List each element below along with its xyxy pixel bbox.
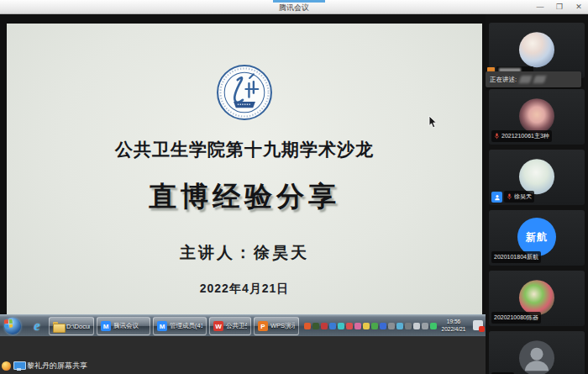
mouse-cursor <box>428 116 437 129</box>
tencent-meeting-icon: M <box>101 321 111 331</box>
name-chip: 徐昊天 <box>504 191 534 203</box>
participant-tile-4[interactable]: 新航 2020101804新航 <box>489 210 585 266</box>
blurred-name <box>519 76 533 83</box>
tray-icon-5[interactable] <box>338 323 344 329</box>
windows-logo-icon <box>4 319 13 329</box>
participant-name: 徐昊天 <box>514 192 532 201</box>
slide-title: 公共卫生学院第十九期学术沙龙 <box>7 138 482 161</box>
tencent-meeting-icon: M <box>157 321 167 331</box>
tray-icon-4[interactable] <box>329 323 336 329</box>
taskbar-button-tencent-meeting[interactable]: M 腾讯会议 <box>97 317 150 335</box>
wps-presentation-icon: P <box>258 321 268 331</box>
name-chip: 2020101804新航 <box>491 251 541 263</box>
tray-icon-13[interactable] <box>405 323 412 329</box>
muted-mic-icon <box>494 133 500 140</box>
participant-name: 2021210061主3种 <box>501 132 549 140</box>
taskbar-button-wps-presentation[interactable]: P WPS演示 (幻... <box>254 317 299 335</box>
tray-icon-8[interactable] <box>363 323 370 329</box>
name-chip: 2020210080陈器 <box>491 312 541 324</box>
tray-icon-3[interactable] <box>321 323 328 329</box>
avatar <box>519 98 554 134</box>
tray-icon-15[interactable] <box>422 323 428 329</box>
taskbar-clock[interactable]: 19:56 2022/4/21 <box>437 318 470 333</box>
participant-tile-3[interactable]: 徐昊天 <box>489 150 585 205</box>
avatar-default-silhouette <box>519 340 554 374</box>
tray-icon-10[interactable] <box>380 323 386 329</box>
minimize-button[interactable]: — <box>534 2 546 12</box>
person-icon <box>519 340 554 374</box>
tray-icon-7[interactable] <box>354 323 361 329</box>
taskbar-button-wps-doc[interactable]: W 公共卫生学院.. <box>209 317 251 335</box>
tray-icon-16[interactable] <box>430 323 437 329</box>
slide-main-title: 直博经验分享 <box>7 178 482 216</box>
blurred-name <box>533 76 547 83</box>
close-button[interactable]: ✕ <box>573 2 585 12</box>
window-title: 腾讯会议 <box>0 3 588 13</box>
clock-date: 2022/4/21 <box>437 325 470 333</box>
share-banner-label: 黎礼丹的屏幕共享 <box>27 361 87 371</box>
slide-speaker: 主讲人：徐昊天 <box>7 242 482 264</box>
windows-taskbar: e D:\Document... M 腾讯会议 M 管理成员(41) W 公共卫… <box>0 314 486 336</box>
participant-tile-5[interactable]: 2020210080陈器 <box>489 271 585 326</box>
taskbar-button-member-management[interactable]: M 管理成员(41) <box>153 317 207 335</box>
name-chip: 2021210061主3种 <box>491 130 552 142</box>
screen-share-banner: 黎礼丹的屏幕共享 <box>2 361 87 371</box>
tray-icon-11[interactable] <box>388 323 395 329</box>
share-app-icon <box>2 361 11 371</box>
system-tray[interactable] <box>304 315 437 337</box>
meeting-bottom-area: 黎礼丹的屏幕共享 <box>0 336 486 374</box>
participants-sidebar[interactable]: 正在讲述: 2021210061主3种 <box>486 14 588 374</box>
participant-name: 2020101804新航 <box>494 253 538 261</box>
tray-icon-2[interactable] <box>312 323 319 329</box>
tray-icon-6[interactable] <box>346 323 353 329</box>
participant-tile-6[interactable]: 冯先铭 <box>489 331 585 374</box>
desktop-screen: 腾讯会议 — ❐ ✕ 公共卫生学院第十九期学术沙龙 直博经验分享 主讲人：徐昊天… <box>0 0 588 374</box>
internet-explorer-icon[interactable]: e <box>27 317 47 335</box>
presenter-badge-icon <box>491 192 502 203</box>
tray-icon-1[interactable] <box>304 323 311 329</box>
university-seal-logo <box>216 64 273 121</box>
tray-icon-14[interactable] <box>413 323 420 329</box>
avatar <box>519 159 554 194</box>
clock-time: 19:56 <box>437 318 470 325</box>
restore-button[interactable]: ❐ <box>554 2 565 12</box>
slide-date: 2022年4月21日 <box>7 282 482 297</box>
speaking-toast: 正在讲述: <box>486 71 581 87</box>
muted-mic-icon <box>507 193 512 200</box>
shared-screen-slide: 公共卫生学院第十九期学术沙龙 直博经验分享 主讲人：徐昊天 2022年4月21日 <box>7 24 482 314</box>
participant-tile-2[interactable]: 2021210061主3种 <box>489 89 585 145</box>
participant-name: 2020210080陈器 <box>494 313 538 322</box>
avatar <box>519 32 554 67</box>
tray-icon-9[interactable] <box>371 323 378 329</box>
folder-icon <box>53 322 64 331</box>
monitor-icon <box>13 361 24 371</box>
window-titlebar: 腾讯会议 — ❐ ✕ <box>0 0 588 14</box>
avatar <box>519 280 554 315</box>
speaking-toast-label: 正在讲述: <box>490 76 517 84</box>
window-controls: — ❐ ✕ <box>534 2 585 12</box>
wps-office-icon: W <box>213 321 223 331</box>
tray-icon-12[interactable] <box>396 323 403 329</box>
notification-icon[interactable] <box>473 320 483 330</box>
taskbar-button-explorer[interactable]: D:\Document... <box>49 317 94 335</box>
